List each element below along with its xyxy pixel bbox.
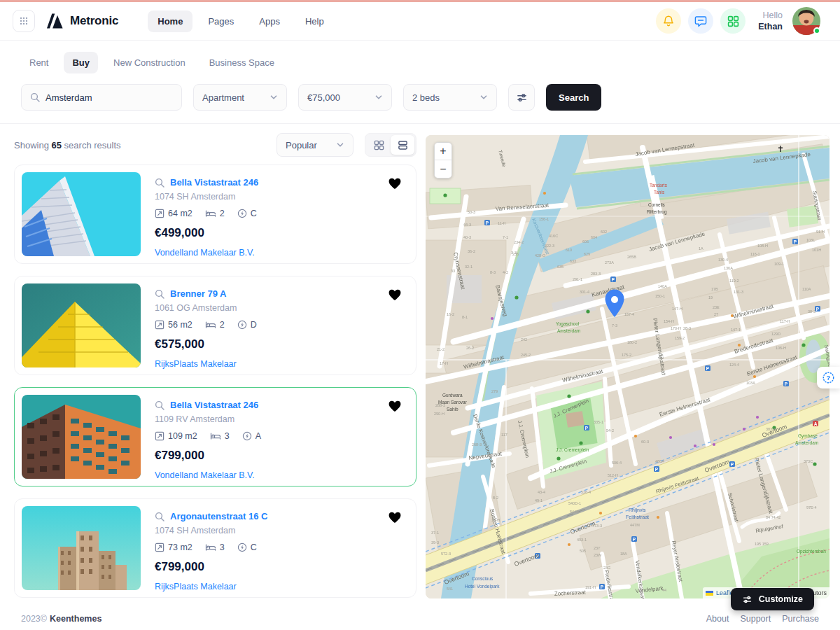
- property-title-link[interactable]: Bella Vistastraat 246: [170, 177, 258, 188]
- map-label: 1A: [699, 246, 704, 251]
- property-title-link[interactable]: Argonautenstraat 16 C: [170, 511, 267, 522]
- map-label: 28-3: [683, 326, 691, 330]
- agency-link[interactable]: Vondelland Makelaar B.V.: [155, 248, 258, 258]
- company-link[interactable]: Keenthemes: [50, 614, 102, 624]
- property-title-link[interactable]: Bella Vistastraat 246: [170, 400, 258, 410]
- listing-type-tabs: Rent Buy New Construction Business Space: [21, 52, 819, 74]
- map-label: 130-4: [718, 258, 728, 262]
- magnifier-icon: [155, 178, 164, 188]
- map-label: 265B: [627, 255, 636, 259]
- tab-rent[interactable]: Rent: [21, 52, 57, 74]
- list-view-button[interactable]: [391, 135, 414, 155]
- property-card[interactable]: Bella Vistastraat 246 1074 SH Amsterdam …: [14, 164, 416, 264]
- tab-business-space[interactable]: Business Space: [201, 52, 283, 74]
- tab-new-construction[interactable]: New Construction: [105, 52, 194, 74]
- map-label: Tanis: [654, 190, 665, 195]
- magnifier-icon: [155, 289, 164, 299]
- map-label: 288-3: [435, 403, 445, 407]
- area-value: 109 m2: [168, 431, 197, 441]
- map-label: 23E: [713, 305, 720, 309]
- map-label: 23Y: [594, 546, 601, 550]
- apps-launcher-button[interactable]: [720, 8, 746, 34]
- map-label: 21-2: [437, 347, 444, 351]
- results-header: Showing 65 search results Popular: [14, 135, 416, 155]
- map-label: 26-2: [466, 346, 474, 350]
- search-filter-bar: Rent Buy New Construction Business Space…: [0, 41, 840, 124]
- grid-view-button[interactable]: [367, 135, 391, 155]
- beds-select[interactable]: 2 beds: [403, 84, 497, 111]
- map-label: 147-1: [731, 328, 741, 332]
- poi-dot: [634, 435, 637, 438]
- beds-value: 3: [220, 542, 225, 552]
- property-address: 1061 OG Amsterdam: [155, 303, 257, 313]
- favorite-heart-icon[interactable]: [388, 177, 402, 190]
- advanced-filters-button[interactable]: [508, 84, 535, 111]
- list-view-icon: [398, 140, 408, 150]
- parking-icon: P: [584, 425, 589, 430]
- tab-buy[interactable]: Buy: [64, 52, 98, 74]
- nav-item-home[interactable]: Home: [148, 10, 192, 32]
- property-type-select[interactable]: Apartment: [193, 84, 287, 111]
- footer-link-about[interactable]: About: [706, 614, 729, 624]
- svg-text:P: P: [612, 277, 615, 282]
- property-card[interactable]: Bella Vistastraat 246 1109 RV Amsterdam …: [14, 387, 416, 486]
- help-floating-button[interactable]: [817, 367, 840, 388]
- map-label: Gymbase: [798, 433, 818, 439]
- footer-link-purchase[interactable]: Purchase: [782, 614, 819, 624]
- property-card[interactable]: Argonautenstraat 16 C 1074 SH Amsterdam …: [14, 498, 416, 598]
- location-search-input[interactable]: Amsterdam: [21, 84, 182, 111]
- property-title-link[interactable]: Brenner 79 A: [170, 288, 226, 299]
- map-label: Gurdwara: [442, 393, 463, 398]
- agency-link[interactable]: RijksPlaats Makelaar: [155, 359, 257, 369]
- nav-item-help[interactable]: Help: [295, 10, 334, 32]
- zoom-out-button[interactable]: −: [435, 160, 451, 178]
- apps-grid-button[interactable]: [13, 10, 35, 32]
- tree-icon: [567, 394, 570, 398]
- map-label: 117-H: [780, 319, 790, 323]
- map-label: 40-3: [463, 235, 471, 239]
- nav-item-apps[interactable]: Apps: [249, 10, 290, 32]
- price-select[interactable]: €75,000: [298, 84, 392, 111]
- map-canvas[interactable]: PPPPPPPPPPPP✝A Van RensselaerstraatCryns…: [426, 135, 830, 598]
- sort-select[interactable]: Popular: [276, 133, 354, 157]
- area-icon: [155, 542, 164, 552]
- map-label: 97E-4: [806, 505, 817, 510]
- favorite-heart-icon[interactable]: [388, 400, 402, 413]
- map-label: 234-2: [514, 240, 524, 244]
- map-label: Tandarts: [650, 183, 668, 188]
- map-label: 36-2: [468, 249, 475, 253]
- svg-text:P: P: [486, 220, 489, 225]
- nav-item-pages[interactable]: Pages: [198, 10, 244, 32]
- map-label: 635: [557, 265, 564, 269]
- footer-link-support[interactable]: Support: [740, 614, 771, 624]
- tree-icon: [514, 295, 518, 299]
- map-label: 170-H: [671, 326, 681, 330]
- search-button[interactable]: Search: [546, 84, 601, 111]
- agency-link[interactable]: Vondelland Makelaar B.V.: [155, 470, 261, 480]
- parking-icon: P: [599, 584, 605, 589]
- main-content: Showing 65 search results Popular: [0, 124, 840, 610]
- messages-button[interactable]: [688, 8, 713, 34]
- map-image: PPPPPPPPPPPP✝A Van RensselaerstraatCryns…: [426, 135, 830, 598]
- favorite-heart-icon[interactable]: [388, 511, 402, 524]
- avatar[interactable]: [792, 7, 820, 35]
- magnifier-icon: [155, 400, 164, 410]
- property-price: €575,000: [155, 337, 257, 351]
- poi-dot: [694, 444, 696, 447]
- brand-logo[interactable]: Metronic: [46, 13, 118, 29]
- customize-button[interactable]: Customize: [731, 588, 814, 610]
- parking-icon: P: [815, 306, 820, 312]
- tree-icon: [443, 193, 447, 197]
- map-label: 236: [512, 252, 519, 256]
- view-toggle: [365, 133, 416, 157]
- map-label: 91-H: [816, 230, 825, 234]
- map-label: 38-3: [808, 309, 816, 314]
- map-label: 191-H: [585, 585, 596, 589]
- favorite-heart-icon[interactable]: [388, 288, 402, 302]
- map-label: 629: [584, 252, 590, 256]
- zoom-in-button[interactable]: +: [435, 143, 451, 160]
- agency-link[interactable]: RijksPlaats Makelaar: [155, 582, 267, 592]
- notifications-button[interactable]: [656, 8, 681, 34]
- property-price: €499,000: [155, 226, 258, 240]
- property-card[interactable]: Brenner 79 A 1061 OG Amsterdam 56 m2 2 D…: [14, 276, 416, 375]
